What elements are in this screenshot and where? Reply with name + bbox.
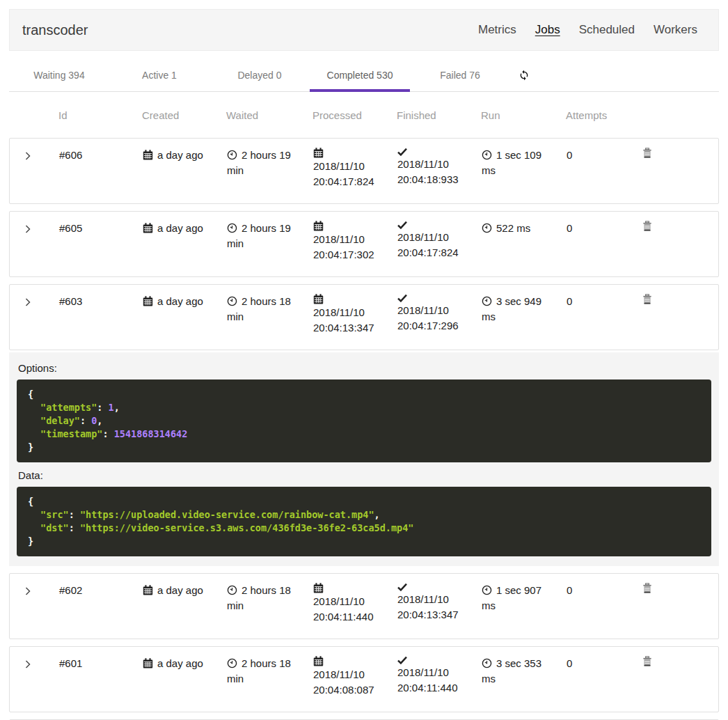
json-string: "https://uploaded.video-service.com/rain… [80,509,374,520]
nav-item-metrics[interactable]: Metrics [478,23,516,37]
run-cell: 1 sec 907 ms [482,574,567,620]
col-header-processed: Processed [312,109,397,121]
col-header-id: Id [58,109,142,121]
waited-cell: 2 hours 19 min [227,212,313,258]
processed-cell: 2018/11/10 20:04:17:824 [313,139,397,196]
clock-icon [227,223,237,233]
chevron-right-icon[interactable] [25,225,31,233]
chevron-right-icon[interactable] [25,660,31,668]
calendar-icon [143,296,153,306]
job-details-panel: Options: { "attempts": 1, "delay": 0, "t… [9,352,719,566]
calendar-icon [143,658,153,668]
job-id: #606 [59,139,143,170]
tab-delayed[interactable]: Delayed 0 [209,59,310,91]
attempts-cell: 0 [567,574,643,605]
job-row-601[interactable]: #601 a day ago 2 hours 18 min 2018/11/10… [9,646,719,712]
job-row-605[interactable]: #605 a day ago 2 hours 19 min 2018/11/10… [9,211,719,277]
json-number: 1 [109,402,114,413]
run-cell: 1 sec 109 ms [482,139,567,185]
waited-cell: 2 hours 18 min [227,647,313,694]
nav-item-workers[interactable]: Workers [654,23,697,37]
json-close-brace: } [28,441,33,453]
tab-failed[interactable]: Failed 76 [410,59,510,91]
created-value: a day ago [157,222,203,234]
trash-icon[interactable] [643,148,651,159]
nav-item-jobs[interactable]: Jobs [535,23,560,37]
calendar-icon [313,221,324,231]
waited-cell: 2 hours 19 min [227,139,313,185]
calendar-icon [313,148,324,158]
data-label: Data: [18,469,711,481]
options-label: Options: [18,362,711,374]
clock-icon [482,296,492,306]
processed-value: 2018/11/10 20:04:13:347 [313,306,374,334]
calendar-icon [143,223,153,233]
trash-icon[interactable] [643,294,651,305]
tab-active[interactable]: Active 1 [109,59,209,91]
check-icon [397,583,407,591]
processed-value: 2018/11/10 20:04:08:087 [313,668,374,696]
clock-icon [482,150,492,160]
run-cell: 522 ms [482,212,567,243]
job-row-603[interactable]: #603 a day ago 2 hours 18 min 2018/11/10… [9,284,719,350]
chevron-right-icon[interactable] [25,298,31,306]
job-row-602[interactable]: #602 a day ago 2 hours 18 min 2018/11/10… [9,573,719,639]
options-json-block: { "attempts": 1, "delay": 0, "timestamp"… [17,379,711,462]
processed-value: 2018/11/10 20:04:17:824 [313,160,374,187]
refresh-button[interactable] [510,59,538,91]
trash-icon[interactable] [643,656,651,667]
finished-cell: 2018/11/10 20:04:11:440 [397,647,482,703]
created-cell: a day ago [143,139,227,170]
page: transcoder Metrics Jobs Scheduled Worker… [0,0,728,720]
calendar-icon [143,150,153,160]
created-value: a day ago [157,149,203,161]
processed-value: 2018/11/10 20:04:17:302 [313,233,374,260]
processed-value: 2018/11/10 20:04:11:440 [313,595,373,623]
col-header-finished: Finished [397,109,481,121]
clock-icon [482,585,492,595]
json-key: "attempts" [40,402,97,413]
calendar-icon [143,585,153,595]
attempts-cell: 0 [567,285,643,316]
calendar-icon [313,294,324,304]
data-json-block: { "src": "https://uploaded.video-service… [17,487,711,556]
finished-cell: 2018/11/10 20:04:13:347 [397,574,482,629]
created-value: a day ago [157,295,203,307]
created-cell: a day ago [143,647,227,678]
waited-cell: 2 hours 18 min [227,574,313,620]
trash-icon[interactable] [643,221,651,232]
job-row-606[interactable]: #606 a day ago 2 hours 19 min 2018/11/10… [9,138,719,204]
chevron-right-icon[interactable] [25,587,31,595]
json-open-brace: { [28,389,33,400]
table-header: Id Created Waited Processed Finished Run… [9,92,719,138]
run-cell: 3 sec 353 ms [482,647,567,694]
clock-icon [227,585,237,595]
tab-waiting[interactable]: Waiting 394 [9,59,109,91]
sync-icon [519,70,530,81]
json-key: "dst" [40,522,69,533]
trash-icon[interactable] [643,583,651,594]
calendar-icon [313,656,324,666]
queue-title: transcoder [22,22,88,38]
created-cell: a day ago [143,285,227,316]
json-key: "timestamp" [40,428,102,439]
check-icon [397,294,407,302]
attempts-cell: 0 [567,139,643,170]
finished-value: 2018/11/10 20:04:17:296 [397,304,459,331]
nav-item-scheduled[interactable]: Scheduled [579,23,635,37]
processed-cell: 2018/11/10 20:04:13:347 [313,285,397,343]
app-bar: transcoder Metrics Jobs Scheduled Worker… [9,9,719,51]
processed-cell: 2018/11/10 20:04:11:440 [313,574,397,632]
clock-icon [482,223,492,233]
json-key: "delay" [40,415,80,426]
finished-value: 2018/11/10 20:04:17:824 [397,231,459,258]
chevron-right-icon[interactable] [25,152,31,160]
check-icon [397,656,407,664]
clock-icon [227,296,237,306]
finished-value: 2018/11/10 20:04:18:933 [397,158,459,185]
finished-value: 2018/11/10 20:04:11:440 [397,666,457,694]
json-close-brace: } [28,535,33,547]
job-id: #602 [59,574,143,605]
tab-completed[interactable]: Completed 530 [310,59,410,91]
job-id: #605 [59,212,143,243]
